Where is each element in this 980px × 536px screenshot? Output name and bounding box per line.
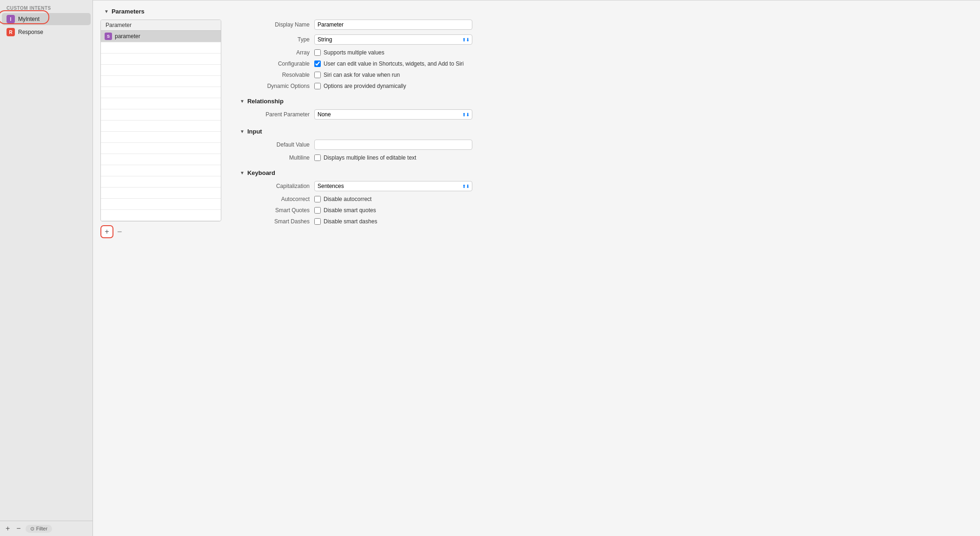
input-section: ▼ Input Default Value Multiline Displays… [240, 128, 963, 161]
param-row-empty-11 [101, 154, 221, 165]
input-section-header: ▼ Input [240, 128, 963, 135]
add-parameter-button[interactable]: + [100, 225, 113, 238]
dynamic-options-label: Dynamic Options [240, 83, 314, 89]
relationship-collapse-button[interactable]: ▼ [240, 99, 245, 104]
parent-parameter-select-wrapper: None ⬆⬇ [314, 109, 472, 120]
resolvable-group: Resolvable Siri can ask for value when r… [240, 72, 963, 78]
multiline-label: Multiline [240, 154, 314, 161]
sidebar-item-myintent[interactable]: I MyIntent [2, 13, 91, 25]
autocorrect-checkbox[interactable] [314, 196, 321, 202]
keyboard-collapse-button[interactable]: ▼ [240, 170, 245, 175]
display-name-input[interactable] [314, 20, 472, 30]
param-row-empty-14 [101, 188, 221, 199]
param-label-parameter: parameter [115, 33, 140, 40]
smart-dashes-label: Smart Dashes [240, 218, 314, 225]
multiline-checkbox[interactable] [314, 154, 321, 161]
sidebar-item-response[interactable]: R Response [2, 26, 91, 38]
default-value-group: Default Value [240, 140, 963, 150]
parameters-section-header: ▼ Parameters [93, 0, 980, 20]
configurable-checkbox[interactable] [314, 60, 321, 67]
param-icon-string: S [105, 33, 112, 40]
sidebar-add-button[interactable]: + [4, 524, 12, 533]
parameters-section-title: Parameters [112, 8, 145, 15]
sidebar-bottom: + − ⊙ Filter [0, 521, 93, 536]
capitalization-select[interactable]: Sentences [314, 181, 472, 191]
smart-dashes-checkbox-label: Disable smart dashes [324, 218, 377, 225]
parameter-table-area: Parameter S parameter [100, 20, 221, 240]
input-collapse-button[interactable]: ▼ [240, 129, 245, 134]
configurable-checkbox-label: User can edit value in Shortcuts, widget… [324, 60, 464, 67]
parent-parameter-select[interactable]: None [314, 109, 472, 120]
filter-icon: ⊙ [30, 526, 34, 532]
array-checkbox-label: Supports multiple values [324, 49, 384, 56]
dynamic-options-checkbox-label: Options are provided dynamically [324, 83, 406, 89]
param-row-empty-10 [101, 143, 221, 154]
default-value-label: Default Value [240, 141, 314, 148]
param-row-empty-12 [101, 165, 221, 176]
dynamic-options-checkbox[interactable] [314, 83, 321, 89]
sidebar-item-label-myintent: MyIntent [18, 16, 40, 22]
autocorrect-label: Autocorrect [240, 196, 314, 202]
parameter-table-header: Parameter [101, 20, 221, 31]
type-select-wrapper: String ⬆⬇ [314, 34, 472, 45]
intent-icon: I [7, 15, 15, 23]
resolvable-checkbox[interactable] [314, 72, 321, 78]
main-content: ▼ Parameters Parameter S parameter [93, 0, 980, 536]
sidebar-remove-button[interactable]: − [14, 524, 22, 533]
response-icon: R [7, 28, 15, 36]
param-row-empty-15 [101, 199, 221, 210]
type-select[interactable]: String [314, 34, 472, 45]
resolvable-label: Resolvable [240, 72, 314, 78]
relationship-section-title: Relationship [247, 98, 284, 105]
keyboard-section-title: Keyboard [247, 169, 275, 176]
param-row-empty-16 [101, 210, 221, 221]
param-row-empty-5 [101, 87, 221, 98]
parameters-collapse-button[interactable]: ▼ [104, 9, 109, 14]
param-row-empty-7 [101, 109, 221, 121]
smart-dashes-checkbox[interactable] [314, 218, 321, 225]
multiline-group: Multiline Displays multiple lines of edi… [240, 154, 963, 161]
filter-button[interactable]: ⊙ Filter [26, 525, 52, 533]
resolvable-checkbox-label: Siri can ask for value when run [324, 72, 400, 78]
sidebar: CUSTOM INTENTS I MyIntent R Response + −… [0, 0, 93, 536]
capitalization-label: Capitalization [240, 183, 314, 189]
relationship-section: ▼ Relationship Parent Parameter None ⬆⬇ [240, 98, 963, 120]
remove-parameter-button[interactable]: − [115, 227, 124, 237]
capitalization-group: Capitalization Sentences ⬆⬇ [240, 181, 963, 191]
table-controls: + − [100, 221, 221, 240]
param-row-empty-1 [101, 42, 221, 54]
relationship-section-header: ▼ Relationship [240, 98, 963, 105]
resolvable-checkbox-group: Siri can ask for value when run [314, 72, 400, 78]
type-group: Type String ⬆⬇ [240, 34, 963, 45]
input-section-title: Input [247, 128, 262, 135]
array-checkbox[interactable] [314, 49, 321, 56]
array-group: Array Supports multiple values [240, 49, 963, 56]
autocorrect-group: Autocorrect Disable autocorrect [240, 196, 963, 202]
autocorrect-checkbox-label: Disable autocorrect [324, 196, 371, 202]
array-label: Array [240, 49, 314, 56]
parent-parameter-group: Parent Parameter None ⬆⬇ [240, 109, 963, 120]
default-value-input[interactable] [314, 140, 472, 150]
param-row-empty-6 [101, 98, 221, 109]
autocorrect-checkbox-group: Disable autocorrect [314, 196, 371, 202]
multiline-checkbox-group: Displays multiple lines of editable text [314, 154, 416, 161]
smart-dashes-checkbox-group: Disable smart dashes [314, 218, 377, 225]
keyboard-section: ▼ Keyboard Capitalization Sentences ⬆⬇ A [240, 169, 963, 225]
configurable-group: Configurable User can edit value in Shor… [240, 60, 963, 67]
sidebar-item-label-response: Response [18, 29, 43, 35]
dynamic-options-checkbox-group: Options are provided dynamically [314, 83, 406, 89]
type-label: Type [240, 36, 314, 43]
dynamic-options-group: Dynamic Options Options are provided dyn… [240, 83, 963, 89]
param-row-empty-4 [101, 76, 221, 87]
right-panel: Display Name Type String ⬆⬇ Array Suppo [221, 20, 973, 240]
content-area: Parameter S parameter [93, 20, 980, 240]
filter-label: Filter [36, 526, 47, 531]
param-row-empty-9 [101, 132, 221, 143]
smart-quotes-group: Smart Quotes Disable smart quotes [240, 207, 963, 214]
display-name-label: Display Name [240, 21, 314, 28]
param-row-parameter[interactable]: S parameter [101, 31, 221, 42]
capitalization-select-wrapper: Sentences ⬆⬇ [314, 181, 472, 191]
param-row-empty-8 [101, 121, 221, 132]
smart-quotes-checkbox[interactable] [314, 207, 321, 214]
plus-icon: + [105, 228, 109, 236]
